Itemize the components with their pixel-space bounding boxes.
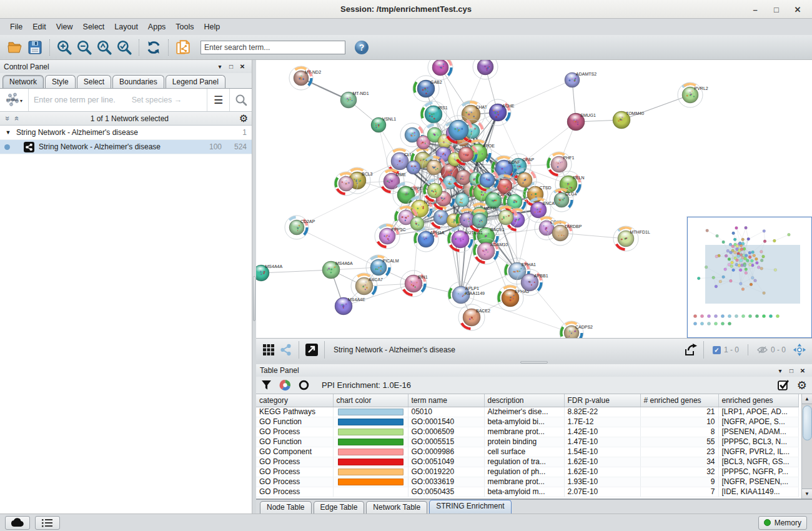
col-header--enriched-genes[interactable]: # enriched genes	[640, 394, 718, 407]
table-row[interactable]: GO ProcessGO:0050435beta-amyloid m...2.0…	[256, 487, 798, 497]
menu-file[interactable]: File	[5, 21, 27, 33]
tab-edge-table[interactable]: Edge Table	[314, 501, 365, 514]
network-node-vsnl1[interactable]: VSNL1	[371, 117, 396, 132]
ring-chart-icon[interactable]	[299, 380, 309, 390]
menu-layout[interactable]: Layout	[109, 21, 143, 33]
export-network-button[interactable]	[682, 341, 700, 359]
network-node-ppp5c[interactable]: PPP5C	[375, 224, 405, 249]
close-panel-icon[interactable]: ✕	[797, 367, 808, 374]
tab-network[interactable]: Network	[2, 75, 44, 88]
tab-style[interactable]: Style	[45, 75, 76, 88]
select-all-checkbox-icon[interactable]	[778, 379, 790, 391]
filter-icon[interactable]	[261, 380, 272, 390]
network-node-bin1[interactable]: BIN1	[400, 270, 428, 297]
maximize-button[interactable]: □	[766, 5, 787, 14]
network-node[interactable]	[407, 161, 420, 174]
menu-select[interactable]: Select	[78, 21, 110, 33]
tab-select[interactable]: Select	[77, 75, 111, 88]
tab-node-table[interactable]: Node Table	[260, 501, 312, 514]
close-panel-icon[interactable]: ✕	[237, 63, 248, 70]
network-node-irs1[interactable]: IRS1	[420, 101, 448, 127]
open-session-button[interactable]	[5, 37, 25, 57]
table-row[interactable]: KEGG Pathways05010Alzheimer's dise...8.8…	[256, 407, 798, 417]
zoom-fit-button[interactable]	[94, 37, 114, 57]
network-node-ms4a4e[interactable]: MS4A4E	[335, 297, 365, 315]
menu-apps[interactable]: Apps	[143, 21, 171, 33]
table-scrollbar[interactable]: ▲ ▼	[801, 394, 812, 499]
save-session-button[interactable]	[25, 37, 45, 57]
minimize-button[interactable]: –	[745, 5, 766, 14]
tab-network-table[interactable]: Network Table	[366, 501, 427, 514]
birds-eye-navigator[interactable]	[687, 217, 812, 338]
scrollbar-thumb[interactable]	[803, 405, 812, 440]
help-button[interactable]: ?	[352, 37, 372, 57]
pie-chart-icon[interactable]	[279, 379, 291, 391]
network-collection-row[interactable]: ▼ String Network - Alzheimer's disease 1	[0, 126, 252, 140]
string-query-input[interactable]: Enter one term per line. Set species →	[29, 96, 207, 104]
network-node-cadps2[interactable]: CADPS2	[560, 321, 593, 338]
network-node-ache[interactable]: ACHE	[485, 99, 515, 126]
zoom-in-button[interactable]	[54, 37, 74, 57]
tab-string-enrichment[interactable]: STRING Enrichment	[429, 500, 511, 514]
zoom-out-button[interactable]	[74, 37, 94, 57]
enrichment-settings-gear-icon[interactable]: ⚙	[797, 380, 807, 391]
tab-boundaries[interactable]: Boundaries	[112, 75, 164, 88]
zoom-selected-button[interactable]	[114, 37, 134, 57]
network-node-tardbp[interactable]: TARDBP	[548, 221, 582, 246]
table-row[interactable]: GO ProcessGO:0019220regulation of ph...1…	[256, 467, 798, 477]
col-header-description[interactable]: description	[484, 394, 564, 407]
network-node-ms4a6a[interactable]: MS4A6A	[322, 261, 353, 279]
table-row[interactable]: GO ProcessGO:0033619membrane prot...1.93…	[256, 477, 798, 487]
network-node-tomm40[interactable]: TOMM40	[613, 111, 644, 129]
network-node-aplp1[interactable]: APLP1KIAA1149	[448, 282, 485, 308]
network-node-pvrl2[interactable]: PVRL2	[678, 82, 708, 107]
tab-legend-panel[interactable]: Legend Panel	[166, 75, 225, 88]
table-row[interactable]: GO ComponentGO:0009986cell surface1.54E-…	[256, 447, 798, 457]
splitter-grip[interactable]	[520, 361, 548, 364]
string-source-selector[interactable]: STRING▾	[0, 89, 29, 111]
network-node-bace2[interactable]: BACE2	[458, 304, 490, 330]
network-node-mt-nd1[interactable]: MT-ND1	[340, 91, 369, 108]
network-node-smug1[interactable]: SMUG1	[567, 113, 596, 131]
string-options-button[interactable]: ☰	[207, 89, 229, 111]
float-menu-icon[interactable]: ▾	[775, 367, 786, 374]
col-header-FDR-p-value[interactable]: FDR p-value	[564, 394, 640, 407]
network-node[interactable]	[410, 217, 424, 231]
memory-button[interactable]: Memory	[758, 516, 807, 530]
network-node-abca7[interactable]: ABCA7	[351, 273, 383, 299]
menu-view[interactable]: View	[51, 21, 78, 33]
network-node-mthfd1l[interactable]: MTHFD1L	[613, 226, 650, 251]
col-header-chart-color[interactable]: chart color	[333, 394, 408, 407]
cloud-button[interactable]	[5, 516, 30, 530]
network-from-file-button[interactable]	[173, 37, 193, 57]
search-input[interactable]	[201, 41, 345, 54]
navigator-canvas[interactable]	[688, 217, 811, 337]
network-node-phf1[interactable]: PHF1	[547, 152, 575, 177]
grid-view-button[interactable]	[260, 341, 277, 359]
network-node[interactable]	[473, 60, 498, 79]
splitter-grip[interactable]	[253, 276, 255, 321]
table-row[interactable]: GO ProcessGO:0051049regulation of tra...…	[256, 457, 798, 467]
float-panel-icon[interactable]: □	[786, 367, 797, 374]
network-node-adamts2[interactable]: ADAMTS2	[565, 72, 597, 87]
float-menu-icon[interactable]: ▾	[214, 63, 225, 70]
network-node[interactable]	[455, 193, 469, 207]
refresh-button[interactable]	[144, 37, 164, 57]
col-header-term-name[interactable]: term name	[408, 394, 484, 407]
table-row[interactable]: GO FunctionGO:0001540beta-amyloid bi...1…	[256, 417, 798, 427]
string-view-button[interactable]	[277, 341, 295, 359]
network-node-cd2ap[interactable]: CD2AP	[285, 216, 315, 239]
network-row[interactable]: String Network - Alzheimer's disease 100…	[0, 140, 252, 154]
navigator-toggle-button[interactable]	[791, 341, 808, 359]
open-in-browser-button[interactable]	[303, 341, 320, 359]
menu-tools[interactable]: Tools	[171, 21, 199, 33]
col-header-enriched-genes[interactable]: enriched genes	[718, 394, 798, 407]
float-panel-icon[interactable]: □	[225, 63, 237, 70]
table-row[interactable]: GO FunctionGO:0005515protein binding1.47…	[256, 437, 798, 447]
network-node-mt-nd2[interactable]: MT-ND2	[289, 66, 321, 90]
close-button[interactable]: ✕	[787, 5, 808, 14]
table-row[interactable]: GO ProcessGO:0006509membrane prot...1.42…	[256, 427, 798, 437]
menu-help[interactable]: Help	[199, 21, 225, 33]
network-node-picalm[interactable]: PICALM	[366, 255, 399, 280]
panel-splitter-horizontal[interactable]	[256, 361, 812, 364]
